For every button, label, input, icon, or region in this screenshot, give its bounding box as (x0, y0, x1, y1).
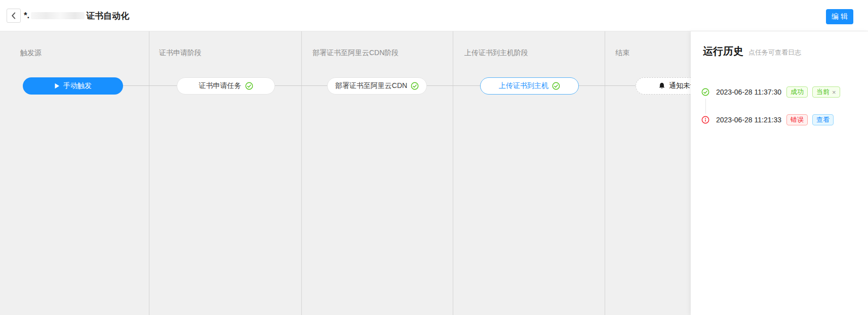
run-history-title: 运行历史 (703, 44, 743, 58)
run-history-header: 运行历史 点任务可查看日志 (703, 44, 801, 58)
current-run-tag: 当前 × (812, 86, 840, 98)
back-button[interactable] (7, 9, 21, 23)
node-label: 手动触发 (63, 81, 92, 91)
run-history-item[interactable]: 2023-06-28 11:37:30 成功 当前 × (701, 86, 840, 98)
redacted-text-block (31, 12, 85, 19)
check-circle-icon (411, 82, 419, 90)
chevron-left-icon (7, 9, 20, 23)
check-circle-icon (245, 82, 253, 90)
stage-label-deploy-cdn: 部署证书至阿里云CDN阶段 (312, 49, 399, 58)
success-status-icon (701, 88, 709, 96)
status-tag-success: 成功 (786, 86, 808, 98)
bell-icon (658, 82, 665, 89)
node-label: 部署证书至阿里云CDN (335, 81, 407, 91)
timeline-connector (705, 99, 706, 114)
stage-label-trigger: 触发源 (20, 49, 42, 58)
close-icon[interactable]: × (832, 89, 836, 96)
app-window: *. 证书自动化 编 辑 触发源 证书申请阶段 部署证书至阿里云CDN阶段 上传… (0, 0, 868, 315)
run-history-hint: 点任务可查看日志 (748, 48, 801, 57)
node-connector (275, 85, 327, 86)
node-manual-trigger[interactable]: 手动触发 (23, 77, 123, 95)
stage-label-end: 结束 (615, 49, 629, 58)
status-tag-error: 错误 (786, 114, 808, 125)
node-connector (427, 85, 480, 86)
check-circle-icon (552, 82, 560, 90)
stage-label-cert-apply: 证书申请阶段 (159, 49, 202, 58)
run-history-panel: 运行历史 点任务可查看日志 2023-06-28 11:37:30 成功 当前 … (691, 31, 868, 315)
page-title: *. 证书自动化 (24, 0, 129, 31)
node-cert-apply-task[interactable]: 证书申请任务 (177, 77, 275, 95)
node-connector (123, 85, 177, 86)
run-timestamp: 2023-06-28 11:37:30 (716, 88, 781, 96)
node-deploy-cdn-task[interactable]: 部署证书至阿里云CDN (327, 77, 427, 95)
page-header: *. 证书自动化 编 辑 (0, 0, 868, 31)
run-history-item[interactable]: 2023-06-28 11:21:33 错误 查看 (701, 114, 834, 126)
play-icon (54, 83, 60, 89)
edit-button[interactable]: 编 辑 (826, 9, 853, 24)
stage-divider (453, 31, 453, 315)
page-title-main: 证书自动化 (86, 10, 129, 22)
stage-divider (301, 31, 302, 315)
run-timestamp: 2023-06-28 11:21:33 (716, 116, 781, 124)
node-label: 上传证书到主机 (499, 81, 548, 91)
view-log-button[interactable]: 查看 (812, 114, 834, 125)
stage-label-upload-host: 上传证书到主机阶段 (464, 49, 528, 58)
node-label: 证书申请任务 (199, 81, 242, 91)
error-status-icon (701, 116, 709, 124)
page-title-prefix: *. (24, 11, 29, 21)
node-connector (579, 85, 636, 86)
stage-divider (149, 31, 149, 315)
node-upload-host-task[interactable]: 上传证书到主机 (480, 77, 579, 95)
stage-divider (605, 31, 605, 315)
current-run-label: 当前 (816, 87, 830, 97)
